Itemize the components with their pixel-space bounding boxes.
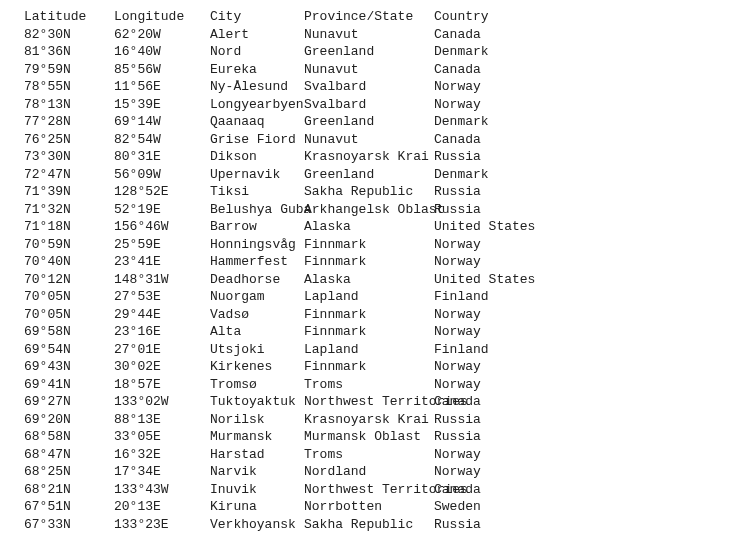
country-cell: Canada [434,26,574,44]
country-cell: Sweden [434,498,574,516]
province-cell: Finnmark [304,306,434,324]
latitude-cell: 70°05N [24,288,114,306]
city-cell: Eureka [210,61,304,79]
province-cell: Greenland [304,113,434,131]
longitude-cell: 17°34E [114,463,210,481]
city-cell: Honningsvåg [210,236,304,254]
latitude-cell: 69°58N [24,323,114,341]
city-cell: Narvik [210,463,304,481]
country-cell: Norway [434,306,574,324]
longitude-cell: 133°43W [114,481,210,499]
longitude-cell: 30°02E [114,358,210,376]
data-table: LatitudeLongitudeCityProvince/StateCount… [24,8,747,533]
longitude-cell: 62°20W [114,26,210,44]
table-row: 70°05N27°53ENuorgamLaplandFinland [24,288,747,306]
city-cell: Ny-Ålesund [210,78,304,96]
province-cell: Murmansk Oblast [304,428,434,446]
city-cell: Norilsk [210,411,304,429]
province-cell: Alaska [304,218,434,236]
longitude-cell: 133°23E [114,516,210,534]
country-cell: Russia [434,428,574,446]
country-cell: Norway [434,323,574,341]
longitude-cell: 148°31W [114,271,210,289]
city-cell: Dikson [210,148,304,166]
longitude-cell: 27°53E [114,288,210,306]
latitude-cell: 70°40N [24,253,114,271]
city-cell: Barrow [210,218,304,236]
longitude-cell: 16°32E [114,446,210,464]
latitude-cell: 76°25N [24,131,114,149]
latitude-cell: 70°12N [24,271,114,289]
latitude-cell: 67°33N [24,516,114,534]
table-row: 69°20N88°13ENorilskKrasnoyarsk KraiRussi… [24,411,747,429]
latitude-cell: 71°32N [24,201,114,219]
country-cell: Denmark [434,166,574,184]
latitude-cell: 70°59N [24,236,114,254]
country-cell: Russia [434,148,574,166]
country-cell: Russia [434,201,574,219]
city-cell: Tuktoyaktuk [210,393,304,411]
country-cell: United States [434,271,574,289]
table-row: 78°13N15°39ELongyearbyenSvalbardNorway [24,96,747,114]
country-cell: Norway [434,96,574,114]
city-cell: Alta [210,323,304,341]
table-row: 73°30N80°31EDiksonKrasnoyarsk KraiRussia [24,148,747,166]
province-cell: Finnmark [304,358,434,376]
latitude-cell: 69°41N [24,376,114,394]
latitude-cell: 68°47N [24,446,114,464]
country-cell: Canada [434,481,574,499]
longitude-cell: 16°40W [114,43,210,61]
city-cell: City [210,8,304,26]
longitude-cell: 23°41E [114,253,210,271]
table-row: 78°55N11°56ENy-ÅlesundSvalbardNorway [24,78,747,96]
table-row: 69°54N27°01EUtsjokiLaplandFinland [24,341,747,359]
table-row: 69°41N18°57ETromsøTromsNorway [24,376,747,394]
longitude-cell: 82°54W [114,131,210,149]
latitude-cell: 82°30N [24,26,114,44]
longitude-cell: 128°52E [114,183,210,201]
table-row: 77°28N69°14WQaanaaqGreenlandDenmark [24,113,747,131]
city-cell: Nord [210,43,304,61]
table-row: 70°12N148°31WDeadhorseAlaskaUnited State… [24,271,747,289]
longitude-cell: 11°56E [114,78,210,96]
country-cell: Canada [434,61,574,79]
city-cell: Inuvik [210,481,304,499]
latitude-cell: 81°36N [24,43,114,61]
latitude-cell: 71°18N [24,218,114,236]
longitude-cell: 133°02W [114,393,210,411]
latitude-cell: 73°30N [24,148,114,166]
country-cell: Country [434,8,574,26]
province-cell: Northwest Territories [304,481,434,499]
city-cell: Verkhoyansk [210,516,304,534]
province-cell: Norrbotten [304,498,434,516]
latitude-cell: 69°54N [24,341,114,359]
header-row: LatitudeLongitudeCityProvince/StateCount… [24,8,747,26]
longitude-cell: 56°09W [114,166,210,184]
province-cell: Nunavut [304,131,434,149]
province-cell: Lapland [304,341,434,359]
latitude-cell: Latitude [24,8,114,26]
city-cell: Belushya Guba [210,201,304,219]
longitude-cell: 85°56W [114,61,210,79]
country-cell: Canada [434,393,574,411]
city-cell: Kirkenes [210,358,304,376]
longitude-cell: Longitude [114,8,210,26]
province-cell: Troms [304,446,434,464]
table-row: 82°30N62°20WAlertNunavutCanada [24,26,747,44]
province-cell: Lapland [304,288,434,306]
table-row: 68°25N17°34ENarvikNordlandNorway [24,463,747,481]
latitude-cell: 69°43N [24,358,114,376]
longitude-cell: 52°19E [114,201,210,219]
longitude-cell: 20°13E [114,498,210,516]
city-cell: Tromsø [210,376,304,394]
latitude-cell: 78°55N [24,78,114,96]
city-cell: Grise Fiord [210,131,304,149]
table-row: 68°47N16°32EHarstadTromsNorway [24,446,747,464]
latitude-cell: 70°05N [24,306,114,324]
longitude-cell: 80°31E [114,148,210,166]
province-cell: Finnmark [304,253,434,271]
country-cell: Denmark [434,113,574,131]
country-cell: Russia [434,516,574,534]
longitude-cell: 156°46W [114,218,210,236]
city-cell: Murmansk [210,428,304,446]
